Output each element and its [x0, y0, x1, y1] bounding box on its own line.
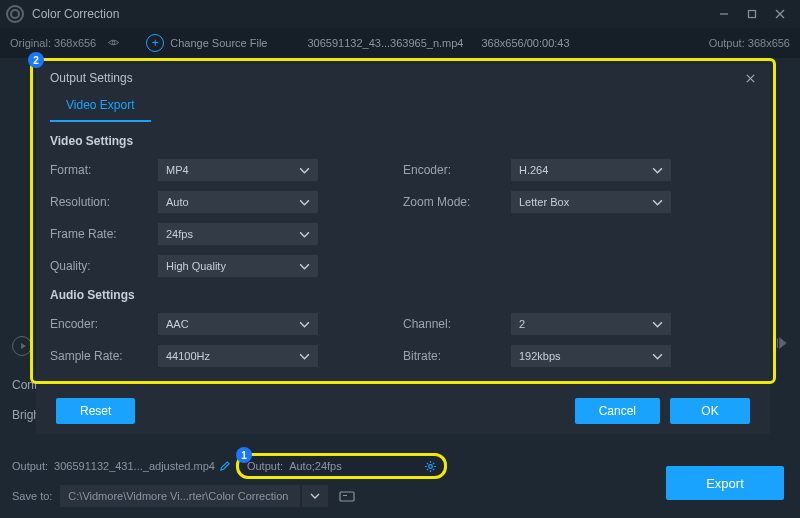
tab-video-export[interactable]: Video Export [50, 92, 151, 122]
preview-toggle-icon[interactable] [108, 37, 126, 49]
output-file-label: Output: [12, 460, 48, 472]
audio-encoder-label: Encoder: [50, 317, 158, 331]
save-to-label: Save to: [12, 490, 52, 502]
chevron-down-icon [652, 197, 663, 208]
export-button[interactable]: Export [666, 466, 784, 500]
play-button[interactable] [12, 336, 32, 356]
chevron-down-icon [299, 165, 310, 176]
sample-rate-label: Sample Rate: [50, 349, 158, 363]
svg-point-7 [429, 464, 433, 468]
source-dims-time: 368x656/00:00:43 [481, 37, 569, 49]
original-label: Original: 368x656 [10, 37, 96, 49]
maximize-button[interactable] [738, 4, 766, 24]
dialog-title: Output Settings [50, 71, 133, 85]
resolution-select[interactable]: Auto [158, 191, 318, 213]
zoom-mode-select[interactable]: Letter Box [511, 191, 671, 213]
output-format-box[interactable]: Output: Auto;24fps [236, 453, 447, 479]
svg-rect-9 [343, 495, 347, 496]
frame-rate-select[interactable]: 24fps [158, 223, 318, 245]
bitrate-select[interactable]: 192kbps [511, 345, 671, 367]
audio-settings-header: Audio Settings [50, 288, 756, 302]
app-logo-icon [6, 5, 24, 23]
contrast-label: Cont [12, 378, 37, 392]
quality-label: Quality: [50, 259, 158, 273]
add-source-icon[interactable]: + [146, 34, 164, 52]
output-filename: 306591132_431..._adjusted.mp4 [54, 460, 215, 472]
channel-label: Channel: [403, 317, 511, 331]
gear-icon[interactable] [425, 461, 436, 472]
sample-rate-select[interactable]: 44100Hz [158, 345, 318, 367]
source-info-bar: Original: 368x656 + Change Source File 3… [0, 28, 800, 58]
chevron-down-icon [652, 165, 663, 176]
channel-select[interactable]: 2 [511, 313, 671, 335]
chevron-down-icon [299, 261, 310, 272]
zoom-mode-label: Zoom Mode: [403, 195, 511, 209]
chevron-down-icon [299, 351, 310, 362]
format-label: Format: [50, 163, 158, 177]
output-dims-label: Output: 368x656 [709, 37, 790, 49]
minimize-button[interactable] [710, 4, 738, 24]
chevron-down-icon [652, 351, 663, 362]
video-encoder-label: Encoder: [403, 163, 511, 177]
save-path-dropdown[interactable] [302, 485, 328, 507]
output-settings-dialog: Output Settings Video Export Video Setti… [36, 64, 770, 434]
frame-rate-label: Frame Rate: [50, 227, 158, 241]
annotation-badge-1: 1 [236, 447, 252, 463]
format-select[interactable]: MP4 [158, 159, 318, 181]
bitrate-label: Bitrate: [403, 349, 511, 363]
window-title: Color Correction [32, 7, 119, 21]
close-window-button[interactable] [766, 4, 794, 24]
output-format-value: Auto;24fps [289, 460, 399, 472]
titlebar: Color Correction [0, 0, 800, 28]
chevron-down-icon [299, 229, 310, 240]
svg-point-4 [112, 41, 115, 44]
quality-select[interactable]: High Quality [158, 255, 318, 277]
dialog-close-button[interactable] [745, 73, 756, 84]
svg-rect-1 [749, 11, 756, 18]
annotation-badge-2: 2 [28, 52, 44, 68]
source-filename: 306591132_43...363965_n.mp4 [307, 37, 463, 49]
resolution-label: Resolution: [50, 195, 158, 209]
save-path-field[interactable]: C:\Vidmore\Vidmore Vi...rter\Color Corre… [60, 485, 300, 507]
video-encoder-select[interactable]: H.264 [511, 159, 671, 181]
video-settings-header: Video Settings [50, 134, 756, 148]
output-format-label: Output: [247, 460, 283, 472]
open-folder-icon[interactable] [334, 485, 360, 507]
reset-button[interactable]: Reset [56, 398, 135, 424]
chevron-down-icon [299, 197, 310, 208]
chevron-down-icon [299, 319, 310, 330]
chevron-down-icon [652, 319, 663, 330]
change-source-button[interactable]: Change Source File [170, 37, 267, 49]
edit-filename-icon[interactable] [219, 461, 230, 472]
svg-rect-8 [340, 492, 354, 501]
audio-encoder-select[interactable]: AAC [158, 313, 318, 335]
ok-button[interactable]: OK [670, 398, 750, 424]
cancel-button[interactable]: Cancel [575, 398, 660, 424]
